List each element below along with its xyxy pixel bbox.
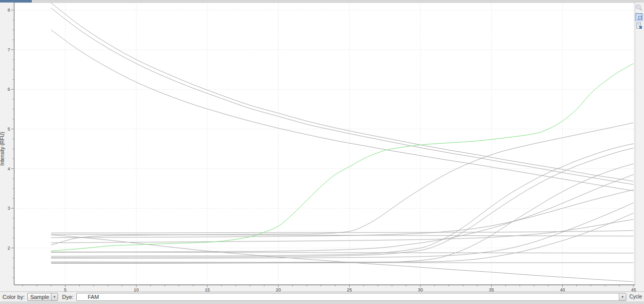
zoom-selection-icon	[635, 13, 642, 22]
dye-selected-value: FAM	[77, 293, 619, 300]
zoom-out-button[interactable]	[635, 4, 643, 12]
x-tick-labels: 51015202530354045	[64, 287, 636, 291]
svg-text:5: 5	[64, 287, 67, 291]
svg-text:2: 2	[8, 246, 10, 251]
window-bottom-strip	[0, 301, 644, 304]
svg-text:20: 20	[276, 287, 281, 291]
color-by-label: Color by:	[3, 294, 25, 300]
svg-text:3: 3	[8, 206, 10, 211]
x-axis-title: Cycle	[629, 294, 642, 299]
svg-text:35: 35	[489, 287, 494, 291]
svg-text:40: 40	[560, 287, 565, 291]
y-axis-title: Intensity (RFU)	[0, 132, 5, 165]
svg-text:15: 15	[205, 287, 210, 291]
dye-label: Dye:	[62, 294, 74, 300]
color-by-select[interactable]: Sample ▼	[27, 293, 58, 301]
color-by-selected-value: Sample	[28, 293, 51, 300]
chart-toolbar	[635, 4, 644, 30]
svg-text:6: 6	[8, 87, 10, 92]
zoom-selection-button[interactable]	[635, 13, 643, 21]
chart-options-bar: Color by: Sample ▼ Dye: FAM ▼ Cycle	[0, 291, 644, 301]
svg-text:4: 4	[8, 166, 10, 171]
svg-text:8: 8	[8, 8, 10, 13]
y-tick-labels: 2345678	[8, 8, 10, 251]
svg-text:25: 25	[347, 287, 352, 291]
svg-text:7: 7	[8, 47, 10, 52]
zoom-out-icon	[635, 4, 642, 13]
svg-text:30: 30	[418, 287, 423, 291]
svg-text:5: 5	[8, 127, 10, 132]
copy-chart-button[interactable]	[635, 22, 643, 30]
amplification-chart-panel: 510152025303540452345678Intensity (RFU)	[0, 3, 644, 291]
amplification-plot[interactable]: 510152025303540452345678Intensity (RFU)	[0, 3, 644, 291]
chevron-down-icon[interactable]: ▼	[619, 293, 626, 300]
chevron-down-icon[interactable]: ▼	[51, 293, 58, 300]
svg-text:45: 45	[631, 287, 636, 291]
copy-chart-icon	[635, 22, 642, 31]
dye-combobox[interactable]: FAM ▼	[76, 293, 626, 301]
svg-text:10: 10	[134, 287, 139, 291]
